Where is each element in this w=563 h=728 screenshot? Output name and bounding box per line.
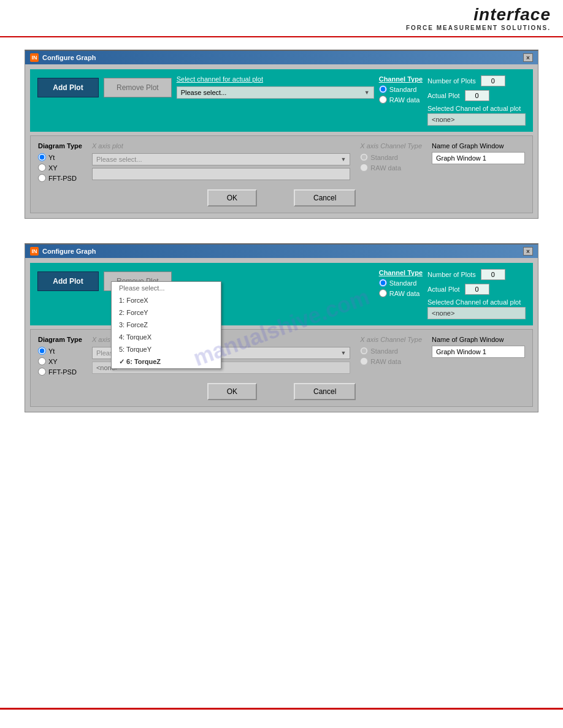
x-axis-channel-box1: X axis Channel Type Standard RAW data (360, 142, 422, 172)
dialog2-title: Configure Graph (42, 248, 96, 255)
x-axis-standard-label1[interactable]: Standard (360, 153, 422, 161)
channel-raw-text: RAW data (389, 96, 420, 104)
graph-window-box1: Name of Graph Window (432, 142, 525, 164)
select-channel-dropdown[interactable]: Please select... ▼ (177, 86, 374, 99)
dropdown-item-forcey[interactable]: 2: ForceY (112, 306, 221, 319)
selected-channel-input2[interactable] (427, 307, 526, 319)
dialog1-close-button[interactable]: × (523, 53, 533, 62)
x-axis-standard-radio1[interactable] (360, 153, 368, 161)
cancel-button1[interactable]: Cancel (294, 189, 356, 207)
dialog1-titlebar-left: IN Configure Graph (30, 53, 96, 62)
channel-raw-radio[interactable] (379, 96, 387, 104)
channel-standard-radio2[interactable] (379, 279, 387, 287)
dropdown-item-forcez[interactable]: 3: ForceZ (112, 319, 221, 331)
ok-button1[interactable]: OK (207, 189, 257, 207)
select-channel-label: Select channel for actual plot (177, 75, 263, 83)
x-axis-standard-text1: Standard (370, 154, 398, 161)
dialog1-icon: IN (30, 53, 39, 62)
diagram-xy-label2[interactable]: XY (38, 357, 82, 365)
graph-window-input1[interactable] (432, 152, 525, 164)
diagram-fft-label1[interactable]: FFT-PSD (38, 174, 82, 182)
diagram-yt-radio2[interactable] (38, 347, 46, 355)
actual-plot-input2[interactable] (465, 284, 489, 295)
diagram-xy-text2: XY (48, 358, 58, 365)
channel-standard-radio-label[interactable]: Standard (379, 85, 423, 93)
x-axis-raw-radio2[interactable] (360, 357, 368, 365)
x-axis-raw-radio1[interactable] (360, 164, 368, 172)
header: interface FORCE MEASUREMENT SOLUTIONS. (0, 0, 563, 37)
channel-type-col: Channel Type Standard RAW data (379, 75, 423, 104)
dropdown-item-torquex[interactable]: 4: TorqueX (112, 331, 221, 343)
ok-button2[interactable]: OK (207, 383, 257, 400)
dialog2-close-button[interactable]: × (523, 247, 533, 256)
dropdown-item-torquey[interactable]: 5: TorqueY (112, 343, 221, 355)
dialog2-titlebar-left: IN Configure Graph (30, 247, 96, 256)
diagram-fft-radio2[interactable] (38, 368, 46, 376)
channel-raw-radio-label2[interactable]: RAW data (379, 289, 423, 297)
channel-raw-text2: RAW data (389, 290, 420, 297)
add-plot-button[interactable]: Add Plot (37, 78, 99, 97)
dialog2-gray-panel: Diagram Type Yt XY FFT-PSD (30, 329, 533, 407)
channel-standard-radio[interactable] (379, 85, 387, 93)
diagram-xy-radio1[interactable] (38, 164, 46, 172)
x-axis-placeholder1: Please select... (96, 156, 142, 163)
x-axis-standard-label2[interactable]: Standard (360, 347, 422, 355)
dialog1-gray-inner: Diagram Type Yt XY FFT-PSD (38, 142, 525, 182)
channel-dropdown-menu[interactable]: Please select... 1: ForceX 2: ForceY 3: … (111, 281, 221, 369)
dialog1-title: Configure Graph (42, 54, 96, 61)
dropdown-placeholder[interactable]: Please select... (112, 282, 221, 294)
dialog1-teal-panel: Add Plot Remove Plot Select channel for … (30, 69, 533, 132)
dialog1-teal-buttons: Add Plot Remove Plot (37, 75, 172, 97)
diagram-yt-text2: Yt (48, 347, 55, 355)
dialog2-teal-panel: Add Plot Remove Plot Channel Type Standa… (30, 263, 533, 325)
add-plot-button2[interactable]: Add Plot (37, 271, 99, 291)
diagram-fft-radio1[interactable] (38, 174, 46, 182)
channel-raw-radio-label[interactable]: RAW data (379, 96, 423, 104)
x-axis-channel-title1: X axis Channel Type (360, 142, 422, 150)
dialog1-teal-right: Number of Plots Actual Plot Selected Cha… (427, 75, 526, 126)
diagram-yt-radio1[interactable] (38, 153, 46, 161)
diagram-type-title2: Diagram Type (38, 336, 82, 343)
diagram-type-title1: Diagram Type (38, 142, 82, 150)
diagram-xy-label1[interactable]: XY (38, 164, 82, 172)
diagram-xy-radio2[interactable] (38, 357, 46, 365)
x-axis-raw-text1: RAW data (370, 164, 401, 172)
x-axis-arrow1: ▼ (340, 156, 346, 162)
diagram-fft-label2[interactable]: FFT-PSD (38, 368, 82, 376)
channel-raw-radio2[interactable] (379, 289, 387, 297)
diagram-fft-text2: FFT-PSD (48, 368, 77, 376)
actual-plot-input[interactable] (465, 90, 489, 101)
x-axis-title1: X axis plot (92, 142, 350, 150)
x-axis-standard-radio2[interactable] (360, 347, 368, 355)
x-axis-raw-label1[interactable]: RAW data (360, 164, 422, 172)
channel-type-col2: Channel Type Standard RAW data (379, 269, 423, 297)
channel-standard-radio-label2[interactable]: Standard (379, 279, 423, 287)
num-plots-input[interactable] (481, 75, 505, 86)
x-axis-raw-text2: RAW data (370, 358, 401, 365)
channel-standard-text: Standard (389, 86, 417, 93)
diagram-yt-label2[interactable]: Yt (38, 347, 82, 355)
actual-plot-row2: Actual Plot (427, 284, 526, 295)
dropdown-item-torquez[interactable]: ✓ 6: TorqueZ (112, 355, 221, 368)
actual-plot-label2: Actual Plot (427, 286, 460, 293)
select-channel-row: Select channel for actual plot (177, 75, 374, 83)
x-axis-raw-label2[interactable]: RAW data (360, 357, 422, 365)
bottom-red-line (0, 708, 563, 710)
dropdown-item-forcex[interactable]: 1: ForceX (112, 294, 221, 306)
actual-plot-label: Actual Plot (427, 92, 460, 99)
remove-plot-button[interactable]: Remove Plot (104, 78, 172, 97)
logo-brand: interface (406, 6, 551, 23)
x-axis-arrow2: ▼ (340, 350, 346, 356)
x-axis-select1[interactable]: Please select... ▼ (92, 153, 350, 165)
logo-tagline: FORCE MEASUREMENT SOLUTIONS. (406, 25, 551, 31)
diagram-yt-label1[interactable]: Yt (38, 153, 82, 161)
graph-window-input2[interactable] (432, 346, 525, 358)
cancel-button2[interactable]: Cancel (294, 383, 356, 400)
x-axis-channel-title2: X axis Channel Type (360, 336, 422, 343)
dialog2-icon: IN (30, 247, 39, 256)
num-plots-input2[interactable] (481, 269, 505, 280)
selected-channel-input[interactable] (427, 113, 526, 126)
num-plots-row: Number of Plots (427, 75, 526, 86)
num-plots-row2: Number of Plots (427, 269, 526, 280)
channel-standard-text2: Standard (389, 279, 417, 287)
